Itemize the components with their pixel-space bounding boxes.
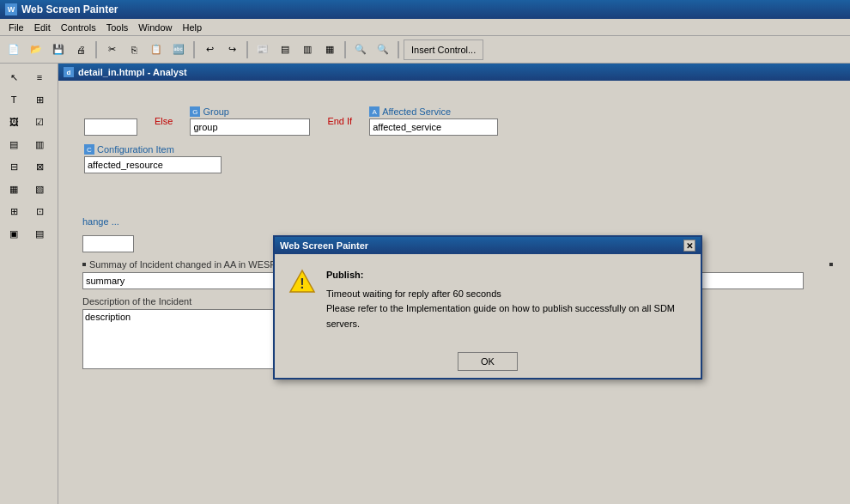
toolbar: 📄 📂 💾 🖨 ✂ ⎘ 📋 🔤 ↩ ↪ 📰 ▤ ▥ ▦ 🔍 🔍 Insert C… [0, 36, 850, 64]
modal-overlay: Web Screen Painter ✕ ! Publish: Timeout … [58, 64, 850, 504]
warning-icon: ! [288, 268, 316, 295]
sidebar-grid4-btn[interactable]: ▧ [27, 179, 52, 199]
modal-dialog: Web Screen Painter ✕ ! Publish: Timeout … [273, 235, 702, 380]
publish-label: Publish: [326, 268, 687, 283]
modal-body: ! Publish: Timeout waiting for reply aft… [275, 254, 701, 345]
sidebar-image-btn[interactable]: 🖼 [2, 112, 26, 132]
sidebar-text-btn[interactable]: T [2, 89, 26, 110]
sidebar-row-5: ⊟ ⊠ [2, 156, 56, 177]
modal-message-line2: Please refer to the Implementation guide… [326, 303, 675, 329]
toolbar-save-btn[interactable]: 💾 [48, 39, 69, 60]
modal-title-bar: Web Screen Painter ✕ [275, 237, 701, 254]
toolbar-sep1 [95, 41, 97, 58]
sidebar: ↖ ≡ T ⊞ 🖼 ☑ ▤ ▥ ⊟ ⊠ ▦ ▧ ⊞ ⊡ ▣ ▤ [0, 64, 58, 504]
modal-ok-btn[interactable]: OK [458, 352, 518, 371]
sidebar-row-3: 🖼 ☑ [2, 112, 56, 132]
svg-text:!: ! [300, 276, 304, 291]
sidebar-row-6: ▦ ▧ [2, 179, 56, 199]
sidebar-grid1-btn[interactable]: ⊟ [2, 156, 26, 177]
app-icon: W [5, 3, 17, 15]
toolbar-new-btn[interactable]: 📄 [3, 39, 24, 60]
toolbar-copy-btn[interactable]: ⎘ [124, 39, 144, 60]
sidebar-row-2: T ⊞ [2, 89, 56, 110]
toolbar-open-btn[interactable]: 📂 [26, 39, 46, 60]
toolbar-cut-btn[interactable]: ✂ [101, 39, 122, 60]
sidebar-extra4-btn[interactable]: ▤ [27, 223, 52, 244]
toolbar-sep3 [246, 41, 248, 58]
insert-control-btn[interactable]: Insert Control... [404, 39, 483, 60]
toolbar-sep4 [344, 41, 346, 58]
modal-text: Publish: Timeout waiting for reply after… [326, 268, 687, 331]
menu-file[interactable]: File [3, 21, 29, 34]
sidebar-grid2-btn[interactable]: ⊠ [27, 156, 52, 177]
sidebar-row-7: ⊞ ⊡ [2, 201, 56, 222]
sidebar-row-8: ▣ ▤ [2, 223, 56, 244]
toolbar-sep2 [193, 41, 195, 58]
toolbar-print-btn[interactable]: 🖨 [70, 39, 91, 60]
menu-edit[interactable]: Edit [29, 21, 56, 34]
sidebar-grid3-btn[interactable]: ▦ [2, 179, 26, 199]
sidebar-extra1-btn[interactable]: ⊞ [2, 201, 26, 222]
toolbar-align-center-btn[interactable]: ▥ [297, 39, 318, 60]
app-title: Web Screen Painter [21, 3, 118, 15]
content-area: d detail_in.htmpl - Analyst Else G Group… [58, 64, 850, 504]
toolbar-redo-btn[interactable]: ↪ [222, 39, 242, 60]
sidebar-row-4: ▤ ▥ [2, 134, 56, 155]
toolbar-paste-btn[interactable]: 📋 [146, 39, 167, 60]
toolbar-template-btn[interactable]: 📰 [252, 39, 273, 60]
main-area: ↖ ≡ T ⊞ 🖼 ☑ ▤ ▥ ⊟ ⊠ ▦ ▧ ⊞ ⊡ ▣ ▤ [0, 64, 850, 504]
sidebar-table-btn[interactable]: ⊞ [27, 89, 52, 110]
sidebar-select1-btn[interactable]: ▤ [2, 134, 26, 155]
menu-tools[interactable]: Tools [101, 21, 134, 34]
sidebar-list-btn[interactable]: ≡ [27, 67, 52, 88]
sidebar-extra2-btn[interactable]: ⊡ [27, 201, 52, 222]
menu-help[interactable]: Help [177, 21, 207, 34]
sidebar-extra3-btn[interactable]: ▣ [2, 223, 26, 244]
modal-footer: OK [275, 345, 701, 378]
modal-close-btn[interactable]: ✕ [683, 240, 695, 252]
sidebar-select2-btn[interactable]: ▥ [27, 134, 52, 155]
toolbar-sep5 [398, 41, 399, 58]
menu-bar: File Edit Controls Tools Window Help [0, 19, 850, 36]
toolbar-align-left-btn[interactable]: ▤ [275, 39, 295, 60]
app-title-bar: W Web Screen Painter [0, 0, 850, 19]
toolbar-align-right-btn[interactable]: ▦ [319, 39, 340, 60]
sidebar-checkbox-btn[interactable]: ☑ [27, 112, 52, 132]
sidebar-arrow-btn[interactable]: ↖ [2, 67, 26, 88]
toolbar-zoom-out-btn[interactable]: 🔍 [373, 39, 393, 60]
modal-title: Web Screen Painter [280, 240, 368, 251]
sidebar-row-1: ↖ ≡ [2, 67, 56, 88]
toolbar-format-btn[interactable]: 🔤 [168, 39, 189, 60]
menu-controls[interactable]: Controls [56, 21, 101, 34]
modal-message-line1: Timeout waiting for reply after 60 secon… [326, 288, 501, 299]
toolbar-zoom-in-btn[interactable]: 🔍 [350, 39, 371, 60]
toolbar-undo-btn[interactable]: ↩ [199, 39, 220, 60]
menu-window[interactable]: Window [133, 21, 177, 34]
